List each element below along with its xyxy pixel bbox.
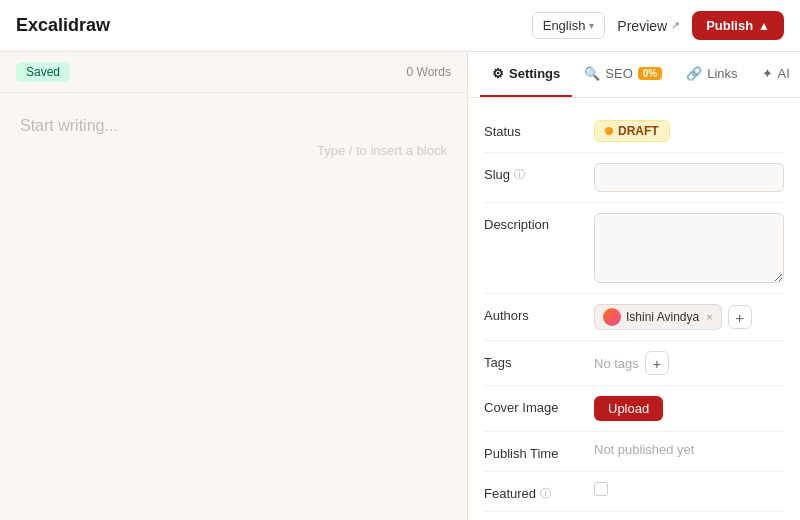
draft-dot-icon — [605, 127, 613, 135]
add-tag-button[interactable]: + — [645, 351, 669, 375]
authors-row: Authors Ishini Avindya × + — [484, 294, 784, 341]
featured-checkbox[interactable] — [594, 482, 608, 496]
language-selector[interactable]: English ▾ — [532, 12, 606, 39]
featured-value — [594, 482, 784, 496]
editor-panel: Saved 0 Words Start writing... Type / to… — [0, 52, 468, 520]
settings-panel: ⚙ Settings 🔍 SEO 0% 🔗 Links ✦ AI Status — [468, 52, 800, 520]
status-value: DRAFT — [594, 120, 784, 142]
publish-button[interactable]: Publish ▲ — [692, 11, 784, 40]
settings-icon: ⚙ — [492, 66, 504, 81]
app-logo: Excalidraw — [16, 15, 110, 36]
featured-label: Featured ⓘ — [484, 482, 594, 501]
settings-tabs: ⚙ Settings 🔍 SEO 0% 🔗 Links ✦ AI — [468, 52, 800, 98]
cover-image-label: Cover Image — [484, 396, 594, 415]
ai-icon: ✦ — [762, 66, 773, 81]
links-icon: 🔗 — [686, 66, 702, 81]
external-link-icon: ↗ — [671, 19, 680, 32]
upload-button[interactable]: Upload — [594, 396, 663, 421]
publish-arrow-icon: ▲ — [758, 19, 770, 33]
preview-button[interactable]: Preview ↗ — [617, 18, 680, 34]
not-published-text: Not published yet — [594, 442, 694, 457]
status-draft-badge: DRAFT — [594, 120, 670, 142]
no-tags-text: No tags — [594, 356, 639, 371]
authors-label: Authors — [484, 304, 594, 323]
main-content: Saved 0 Words Start writing... Type / to… — [0, 52, 800, 520]
tab-settings[interactable]: ⚙ Settings — [480, 52, 572, 97]
cover-image-row: Cover Image Upload — [484, 386, 784, 432]
tab-seo[interactable]: 🔍 SEO 0% — [572, 52, 674, 97]
tab-links[interactable]: 🔗 Links — [674, 52, 749, 97]
seo-icon: 🔍 — [584, 66, 600, 81]
description-row: Description — [484, 203, 784, 294]
description-textarea[interactable] — [594, 213, 784, 283]
publish-time-row: Publish Time Not published yet — [484, 432, 784, 472]
word-count: 0 Words — [407, 65, 451, 79]
description-label: Description — [484, 213, 594, 232]
status-label: Status — [484, 120, 594, 139]
slug-label: Slug ⓘ — [484, 163, 594, 182]
saved-badge: Saved — [16, 62, 70, 82]
add-author-button[interactable]: + — [728, 305, 752, 329]
tab-ai-label: AI — [778, 66, 790, 81]
tags-label: Tags — [484, 351, 594, 370]
slug-info-icon[interactable]: ⓘ — [514, 167, 525, 182]
settings-form: Status DRAFT Slug ⓘ — [468, 98, 800, 520]
cover-image-value: Upload — [594, 396, 784, 421]
publish-label: Publish — [706, 18, 753, 33]
top-bar: Excalidraw English ▾ Preview ↗ Publish ▲ — [0, 0, 800, 52]
tab-seo-label: SEO — [605, 66, 632, 81]
status-draft-text: DRAFT — [618, 124, 659, 138]
featured-row: Featured ⓘ — [484, 472, 784, 512]
editor-content[interactable]: Start writing... Type / to insert a bloc… — [0, 93, 467, 520]
preview-label: Preview — [617, 18, 667, 34]
delete-row: Delete 🗑 Delete Post — [484, 512, 784, 520]
slug-row: Slug ⓘ — [484, 153, 784, 203]
author-avatar — [603, 308, 621, 326]
language-label: English — [543, 18, 586, 33]
editor-toolbar: Saved 0 Words — [0, 52, 467, 93]
editor-hint: Type / to insert a block — [20, 143, 447, 158]
tab-links-label: Links — [707, 66, 737, 81]
tab-ai[interactable]: ✦ AI — [750, 52, 800, 97]
tab-settings-label: Settings — [509, 66, 560, 81]
editor-placeholder: Start writing... — [20, 117, 447, 135]
seo-badge: 0% — [638, 67, 662, 80]
authors-value: Ishini Avindya × + — [594, 304, 784, 330]
slug-input[interactable] — [594, 163, 784, 192]
status-row: Status DRAFT — [484, 110, 784, 153]
description-value — [594, 213, 784, 283]
slug-value — [594, 163, 784, 192]
publish-time-label: Publish Time — [484, 442, 594, 461]
author-name: Ishini Avindya — [626, 310, 699, 324]
author-tag: Ishini Avindya × — [594, 304, 722, 330]
featured-info-icon[interactable]: ⓘ — [540, 486, 551, 501]
author-remove-button[interactable]: × — [706, 311, 712, 323]
tags-row: Tags No tags + — [484, 341, 784, 386]
publish-time-value: Not published yet — [594, 442, 784, 457]
tags-value: No tags + — [594, 351, 784, 375]
chevron-down-icon: ▾ — [589, 20, 594, 31]
